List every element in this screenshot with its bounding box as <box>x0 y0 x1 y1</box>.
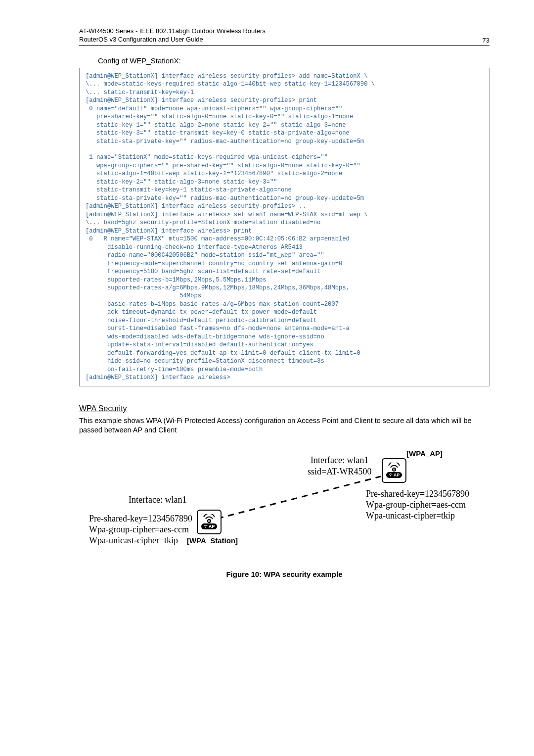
wifi-icon <box>203 514 216 523</box>
svg-point-5 <box>209 520 210 521</box>
config-heading: Config of WEP_StationX: <box>98 56 490 65</box>
ap-group-text: Wpa-group-cipher=aes-ccm <box>366 500 466 510</box>
svg-line-0 <box>218 476 381 519</box>
page-header: AT-WR4500 Series - IEEE 802.11abgh Outdo… <box>79 27 490 46</box>
svg-point-2 <box>394 469 395 470</box>
station-psk-text: Pre-shared-key=1234567890 <box>89 514 192 524</box>
ap-ssid-text: ssid=AT-WR4500 <box>308 467 372 477</box>
header-left: AT-WR4500 Series - IEEE 802.11abgh Outdo… <box>79 27 266 44</box>
wpa-diagram: [WPA_AP] Interface: wlan1 ssid=AT-WR4500… <box>89 449 480 558</box>
code-block: [admin@WEP_StationX] interface wireless … <box>79 68 490 386</box>
header-line2: RouterOS v3 Configuration and User Guide <box>79 36 266 44</box>
station-bracket-label: [WPA_Station] <box>187 536 238 545</box>
station-interface-text: Interface: wlan1 <box>129 495 186 505</box>
ap-unicast-text: Wpa-unicast-cipher=tkip <box>366 511 455 521</box>
wpa-security-heading: WPA Security <box>79 404 490 413</box>
ap-pill: AP <box>201 523 218 529</box>
ap-bracket-label: [WPA_AP] <box>406 449 443 458</box>
wpa-security-text: This example shows WPA (Wi-Fi Protected … <box>79 416 490 435</box>
ap-psk-text: Pre-shared-key=1234567890 <box>366 489 469 499</box>
svg-point-6 <box>205 527 206 528</box>
header-line1: AT-WR4500 Series - IEEE 802.11abgh Outdo… <box>79 27 266 36</box>
ap-node-icon: AP <box>382 458 406 483</box>
station-group-text: Wpa-group-cipher=aes-ccm <box>89 524 189 535</box>
ap-pill-text: AP <box>209 524 215 529</box>
wifi-icon <box>388 463 400 472</box>
station-node-icon: AP <box>197 510 222 534</box>
station-unicast-text: Wpa-unicast-cipher=tkip <box>89 535 178 546</box>
page-number: 73 <box>483 37 490 44</box>
figure-caption: Figure 10: WPA security example <box>79 570 490 578</box>
ap-interface-text: Interface: wlan1 <box>311 455 368 466</box>
ap-pill-text: AP <box>394 472 400 477</box>
svg-point-3 <box>390 475 391 476</box>
ap-pill: AP <box>386 472 402 478</box>
